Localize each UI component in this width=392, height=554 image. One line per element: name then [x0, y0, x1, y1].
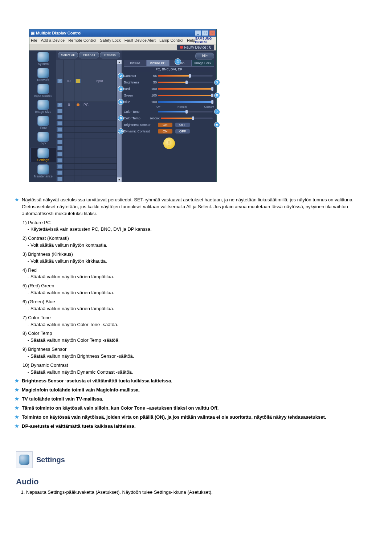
contrast-slider[interactable] — [158, 75, 213, 77]
list-item: 1) Picture PC- Käytettävissä vain asetus… — [23, 219, 377, 233]
sidebar-item-time[interactable]: Time — [30, 116, 56, 130]
menu-safety-lock[interactable]: Safety Lock — [100, 38, 121, 42]
color-tone-slider[interactable] — [158, 111, 213, 112]
sidebar-item-input-source[interactable]: Input Source — [30, 84, 56, 98]
blue-slider[interactable] — [158, 101, 213, 103]
row-checkbox[interactable] — [57, 134, 62, 138]
row-checkbox[interactable] — [57, 103, 62, 107]
row-checkbox[interactable] — [57, 109, 62, 113]
col-checkbox — [56, 60, 64, 102]
row-checkbox[interactable] — [57, 146, 62, 150]
tab-picture-pc[interactable]: Picture PC — [146, 60, 169, 66]
brightness-sensor-on-button[interactable]: ON — [158, 123, 172, 127]
table-row[interactable] — [56, 127, 117, 133]
tab-picture[interactable]: Picture — [124, 60, 146, 66]
table-row[interactable] — [56, 151, 117, 157]
menu-bar: File Add a Device Remote Control Safety … — [29, 37, 216, 44]
table-row[interactable] — [56, 120, 117, 127]
row-checkbox[interactable] — [57, 121, 62, 126]
list-item: 6) (Green) Blue- Säätää valitun näytön v… — [23, 299, 377, 312]
sidebar-item-system[interactable]: System — [30, 52, 56, 66]
color-temp-slider[interactable] — [161, 118, 213, 119]
faulty-device-indicator: Faulty Device : 0 — [177, 45, 214, 50]
menu-remote-control[interactable]: Remote Control — [68, 38, 96, 42]
row-id: 0 — [64, 102, 74, 108]
device-grid: ID Input 0 PC — [56, 60, 122, 182]
sidebar-item-image-size[interactable]: Image Size — [30, 100, 56, 114]
status-bar: Faulty Device : 0 — [29, 44, 216, 50]
star-icon: ★ — [15, 423, 20, 430]
row-checkbox[interactable] — [57, 115, 62, 119]
sidebar-item-pip[interactable]: PIP — [30, 132, 56, 145]
audio-heading: Audio — [16, 476, 377, 488]
green-slider[interactable] — [158, 95, 213, 96]
menu-file[interactable]: File — [31, 38, 37, 42]
clear-all-button[interactable]: Clear All — [79, 52, 99, 58]
table-row[interactable] — [56, 170, 117, 176]
col-input: Input — [82, 60, 117, 102]
table-row[interactable] — [56, 133, 117, 139]
row-checkbox[interactable] — [57, 164, 62, 169]
menu-help[interactable]: Help — [187, 38, 195, 42]
setting-blue: 6 Blue 100 — [124, 99, 214, 105]
close-button[interactable]: ✕ — [209, 30, 216, 36]
time-icon — [37, 116, 49, 126]
refresh-button[interactable]: Refresh — [100, 52, 120, 58]
list-item: 7) Color Tone- Säätää valitun näytön Col… — [23, 315, 377, 328]
audio-steps: Napsauta Settings-pääkuvaketta (Asetukse… — [19, 489, 377, 496]
menu-lamp-control[interactable]: Lamp Control — [159, 38, 183, 42]
row-checkbox[interactable] — [57, 177, 62, 181]
brightness-slider[interactable] — [158, 82, 213, 83]
menu-add-device[interactable]: Add a Device — [41, 38, 65, 42]
callout-badge-9: 9 — [214, 122, 220, 128]
brightness-sensor-off-button[interactable]: OFF — [175, 123, 190, 127]
app-icon: ▣ — [31, 31, 34, 36]
minimize-button[interactable]: ▁ — [195, 30, 201, 36]
table-row[interactable] — [56, 145, 117, 151]
scroll-up-icon[interactable]: ▲ — [117, 60, 122, 64]
table-row[interactable] — [56, 176, 117, 182]
list-item: 2) Contrast (Kontrasti)- Voit säätää val… — [23, 235, 377, 249]
sidebar-item-settings[interactable]: Settings — [30, 148, 56, 162]
scroll-down-icon[interactable]: ▼ — [117, 177, 122, 182]
row-checkbox[interactable] — [57, 127, 62, 132]
image-size-icon — [37, 100, 49, 110]
tab-image-lock[interactable]: Image Lock — [192, 60, 214, 66]
dynamic-contrast-on-button[interactable]: ON — [158, 129, 172, 134]
setting-color-temp: 8 Color Temp 10000K — [124, 115, 214, 122]
star-icon: ★ — [15, 197, 20, 217]
row-checkbox[interactable] — [57, 140, 62, 144]
network-icon — [37, 68, 49, 78]
dynamic-contrast-off-button[interactable]: OFF — [175, 129, 190, 134]
pip-icon — [37, 132, 49, 142]
row-checkbox[interactable] — [57, 152, 62, 156]
idle-button[interactable]: Idle — [195, 53, 214, 59]
settings-panel: Idle 1 Picture Picture PC Audio Image Lo… — [122, 50, 216, 182]
row-checkbox[interactable] — [57, 158, 62, 163]
warning-icon: ! — [163, 138, 175, 149]
setting-green: 5 Green 100 — [124, 92, 214, 99]
setting-contrast: 2 Contrast 56 — [124, 73, 214, 79]
red-slider[interactable] — [158, 88, 213, 90]
table-row[interactable] — [56, 164, 117, 170]
table-row[interactable] — [56, 108, 117, 114]
list-item: 10) Dynamic Contrast- Säätää valitun näy… — [23, 362, 377, 376]
callout-badge-2: 2 — [118, 73, 124, 79]
sidebar-item-maintenance[interactable]: Maintenance — [30, 164, 56, 178]
star-icon: ★ — [15, 405, 20, 412]
table-row[interactable]: 0 PC — [56, 102, 117, 108]
sidebar-item-network[interactable]: Network — [30, 68, 56, 82]
header-checkbox[interactable] — [57, 79, 62, 83]
table-row[interactable] — [56, 114, 117, 120]
table-row[interactable] — [56, 139, 117, 145]
menu-fault-device-alert[interactable]: Fault Device Alert — [124, 38, 156, 42]
list-item: 8) Color Temp- Säätää valitun näytön Col… — [23, 330, 377, 344]
maximize-button[interactable]: ☐ — [202, 30, 208, 36]
col-status — [74, 60, 82, 102]
select-all-button[interactable]: Select All — [58, 52, 78, 58]
table-row[interactable] — [56, 157, 117, 164]
row-checkbox[interactable] — [57, 171, 62, 175]
note-item: ★Toiminto on käytössä vain näytöissä, jo… — [15, 414, 377, 421]
fault-dot-icon — [180, 46, 183, 49]
intro-note: ★ Näytössä näkyvät asetuksissa tarvittav… — [15, 197, 377, 217]
